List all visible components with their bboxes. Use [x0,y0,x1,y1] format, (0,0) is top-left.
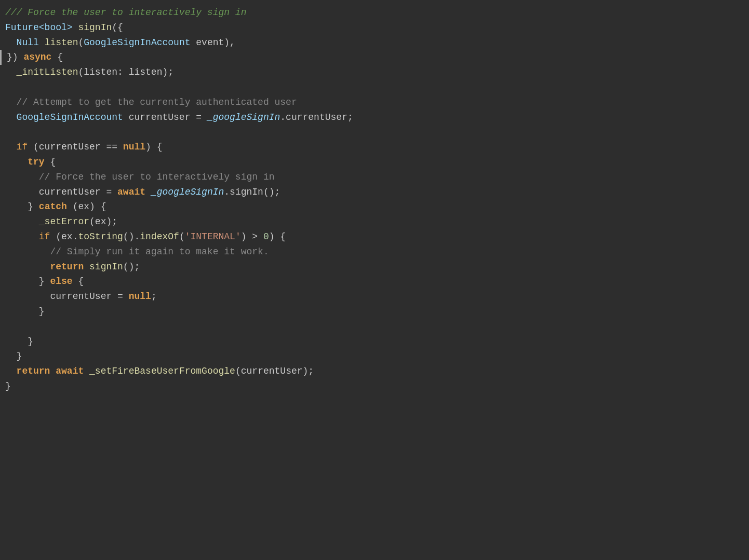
line-15-call: (ex); [89,214,117,229]
code-line-10: if (currentUser == null) { [0,140,749,155]
line-16-tostring: toString [78,229,123,244]
line-26-brace: } [5,379,11,394]
line-16-rest: ) > [241,229,263,244]
line-14-catch: catch [39,199,67,214]
code-line-11: try { [0,155,749,170]
line-20-semi: ; [151,289,157,304]
line-24-brace: } [17,349,22,364]
line-13-cu: currentUser = [39,185,117,200]
line-25-space2 [84,364,89,379]
code-line-19: } else { [0,274,749,289]
code-line-20: currentUser = null; [0,289,749,304]
line-13-sign: .signIn(); [224,185,280,200]
line-25-arg: (currentUser); [235,364,314,379]
line-19-open: { [73,274,84,289]
code-line-26: } [0,379,749,394]
line-14-ex: (ex) { [67,199,106,214]
code-line-8: GoogleSignInAccount currentUser = _googl… [0,110,749,125]
code-line-22 [0,319,749,334]
line-18-call: (); [123,259,140,275]
code-line-9 [0,125,749,140]
line-3-paren: ( [78,35,84,50]
line-5-indent [5,65,17,80]
code-line-24: } [0,349,749,364]
line-18-indent [5,259,50,275]
line-25-func: _setFireBaseUserFromGoogle [89,364,235,379]
line-8-gsia: GoogleSignInAccount [17,110,123,125]
line-18-space [84,259,89,275]
code-line-6 [0,80,749,95]
line-2-type: Future<bool> [5,20,73,35]
code-line-25: return await _setFireBaseUserFromGoogle(… [0,364,749,379]
code-line-14: } catch (ex) { [0,199,749,214]
line-16-str: 'INTERNAL' [185,229,241,244]
line-23-brace: } [28,334,33,349]
line-2-brace: ({ [112,20,123,35]
line-19-closebrace: } [39,274,50,289]
line-14-indent [5,199,28,214]
line-13-space [145,185,151,200]
line-16-open: (ex. [50,229,78,244]
code-line-17: // Simply run it again to make it work. [0,244,749,259]
line-20-cu: currentUser = [50,289,128,304]
line-16-p2: ( [179,229,185,244]
line-3-indent [5,35,17,50]
code-line-3: Null listen(GoogleSignInAccount event), [0,35,749,50]
line-13-await: await [117,185,145,200]
code-line-21: } [0,304,749,319]
line-10-indent [5,140,17,155]
line-2-func: signIn [78,20,112,35]
line-3-listen: listen [45,35,78,50]
line-17-indent [5,244,50,259]
code-line-5: _initListen(listen: listen); [0,65,749,80]
line-6-empty [5,80,11,95]
line-16-p1: (). [123,229,140,244]
code-line-23: } [0,334,749,349]
line-7-comment: // Attempt to get the currently authenti… [17,95,297,110]
line-12-indent [5,170,39,185]
line-22-empty [5,319,11,334]
code-line-16: if (ex.toString().indexOf('INTERNAL') > … [0,229,749,244]
line-15-seterr: _setError [39,214,89,229]
line-5-call: (listen: listen); [78,65,173,80]
line-25-await: await [56,364,84,379]
line-8-space: currentUser = [123,110,207,125]
line-16-indexof: indexOf [140,229,179,244]
line-8-dot: .currentUser; [280,110,353,125]
line-25-indent [5,364,17,379]
line-7-indent [5,95,17,110]
line-16-if: if [39,229,50,244]
code-line-2: Future<bool> signIn({ [0,20,749,35]
line-20-indent [5,289,50,304]
line-16-zero: 0 [263,229,269,244]
line-4-bracket: }) [7,50,23,65]
line-4-async: async [23,50,51,65]
code-editor: /// Force the user to interactively sign… [0,0,749,560]
line-3-gsia: GoogleSignInAccount [84,35,190,50]
code-line-12: // Force the user to interactively sign … [0,170,749,185]
line-13-indent [5,185,39,200]
line-13-google: _googleSignIn [151,185,224,200]
code-line-1: /// Force the user to interactively sign… [0,5,749,20]
line-10-null: null [123,140,145,155]
line-3-event: event), [191,35,235,50]
line-10-brace: ) { [145,140,162,155]
line-11-brace: { [45,155,56,170]
line-9-empty [5,125,11,140]
line-19-else: else [50,274,72,289]
code-line-15: _setError(ex); [0,214,749,229]
line-10-cond: (currentUser == [28,140,123,155]
line-14-closebrace: } [28,199,39,214]
line-17-comment: // Simply run it again to make it work. [50,244,269,259]
line-25-return: return [17,364,50,379]
line-16-indent [5,229,39,244]
line-19-indent [5,274,39,289]
code-line-13: currentUser = await _googleSignIn.signIn… [0,185,749,200]
line-2-space [73,20,78,35]
line-5-init: _initListen [17,65,78,80]
line-18-return: return [50,259,84,275]
line-23-indent [5,334,28,349]
code-line-18: return signIn(); [0,259,749,275]
line-25-space [50,364,56,379]
line-12-comment: // Force the user to interactively sign … [39,170,275,185]
